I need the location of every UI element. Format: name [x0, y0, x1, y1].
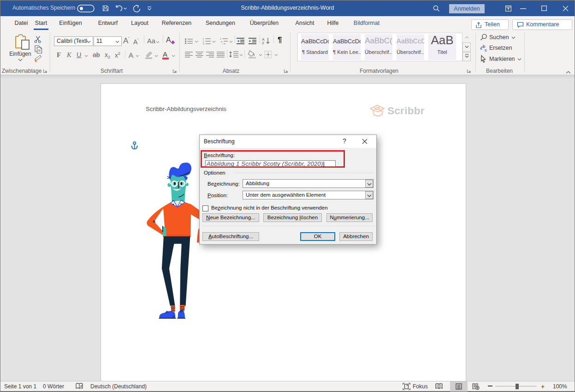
svg-text:Z: Z	[262, 41, 264, 45]
svg-text:c: c	[485, 48, 487, 53]
svg-text:3: 3	[203, 42, 204, 45]
svg-text:i: i	[222, 42, 223, 45]
